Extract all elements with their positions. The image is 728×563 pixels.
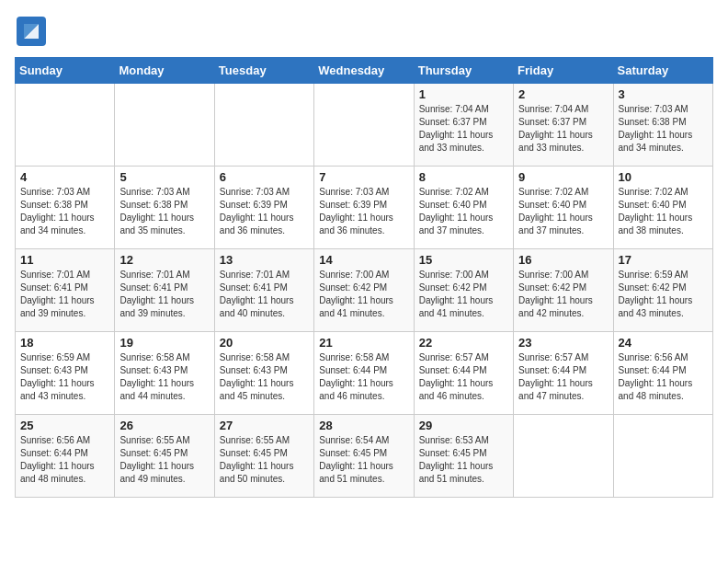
calendar-cell: 4Sunrise: 7:03 AM Sunset: 6:38 PM Daylig… <box>16 167 115 249</box>
calendar-cell <box>16 84 115 167</box>
day-info: Sunrise: 6:55 AM Sunset: 6:45 PM Dayligh… <box>119 434 209 486</box>
calendar-week-row: 4Sunrise: 7:03 AM Sunset: 6:38 PM Daylig… <box>16 167 713 249</box>
day-number: 29 <box>419 419 508 432</box>
day-number: 17 <box>619 253 708 267</box>
day-number: 8 <box>419 170 508 184</box>
day-number: 15 <box>419 253 508 267</box>
calendar-cell: 14Sunrise: 7:00 AM Sunset: 6:42 PM Dayli… <box>314 249 414 332</box>
day-info: Sunrise: 6:58 AM Sunset: 6:43 PM Dayligh… <box>220 351 309 403</box>
calendar-day-header: Friday <box>514 58 613 84</box>
day-info: Sunrise: 7:03 AM Sunset: 6:39 PM Dayligh… <box>319 186 408 237</box>
day-info: Sunrise: 7:02 AM Sunset: 6:40 PM Dayligh… <box>518 186 608 237</box>
calendar-cell <box>613 415 712 498</box>
day-number: 13 <box>220 253 309 267</box>
calendar-cell: 5Sunrise: 7:03 AM Sunset: 6:38 PM Daylig… <box>115 167 214 249</box>
day-info: Sunrise: 7:01 AM Sunset: 6:41 PM Dayligh… <box>119 269 209 320</box>
day-info: Sunrise: 6:59 AM Sunset: 6:42 PM Dayligh… <box>619 269 708 320</box>
calendar-cell: 28Sunrise: 6:54 AM Sunset: 6:45 PM Dayli… <box>314 415 414 498</box>
calendar-cell: 20Sunrise: 6:58 AM Sunset: 6:43 PM Dayli… <box>214 332 313 415</box>
day-info: Sunrise: 7:03 AM Sunset: 6:38 PM Dayligh… <box>619 103 708 155</box>
day-number: 24 <box>619 336 708 350</box>
day-number: 7 <box>319 170 408 184</box>
calendar-cell: 26Sunrise: 6:55 AM Sunset: 6:45 PM Dayli… <box>115 415 214 498</box>
day-number: 14 <box>319 253 408 267</box>
day-info: Sunrise: 6:57 AM Sunset: 6:44 PM Dayligh… <box>419 351 508 403</box>
day-number: 2 <box>518 87 608 101</box>
calendar-cell: 1Sunrise: 7:04 AM Sunset: 6:37 PM Daylig… <box>414 84 513 167</box>
day-info: Sunrise: 7:03 AM Sunset: 6:38 PM Dayligh… <box>119 186 209 237</box>
calendar-cell <box>214 84 313 167</box>
day-number: 25 <box>20 419 109 432</box>
calendar-cell: 3Sunrise: 7:03 AM Sunset: 6:38 PM Daylig… <box>613 84 712 167</box>
day-number: 10 <box>619 170 708 184</box>
calendar-day-header: Thursday <box>414 58 513 84</box>
day-number: 11 <box>20 253 109 267</box>
day-number: 23 <box>518 336 608 350</box>
calendar-cell: 6Sunrise: 7:03 AM Sunset: 6:39 PM Daylig… <box>214 167 313 249</box>
day-info: Sunrise: 7:00 AM Sunset: 6:42 PM Dayligh… <box>419 269 508 320</box>
day-number: 12 <box>119 253 209 267</box>
calendar-cell: 15Sunrise: 7:00 AM Sunset: 6:42 PM Dayli… <box>414 249 513 332</box>
day-info: Sunrise: 7:01 AM Sunset: 6:41 PM Dayligh… <box>220 269 309 320</box>
calendar-cell <box>514 415 613 498</box>
calendar-cell: 25Sunrise: 6:56 AM Sunset: 6:44 PM Dayli… <box>16 415 115 498</box>
calendar-cell: 19Sunrise: 6:58 AM Sunset: 6:43 PM Dayli… <box>115 332 214 415</box>
page-header <box>15 15 713 48</box>
calendar-cell: 8Sunrise: 7:02 AM Sunset: 6:40 PM Daylig… <box>414 167 513 249</box>
calendar-day-header: Saturday <box>613 58 712 84</box>
calendar-week-row: 11Sunrise: 7:01 AM Sunset: 6:41 PM Dayli… <box>16 249 713 332</box>
calendar-cell: 11Sunrise: 7:01 AM Sunset: 6:41 PM Dayli… <box>16 249 115 332</box>
day-info: Sunrise: 7:03 AM Sunset: 6:39 PM Dayligh… <box>220 186 309 237</box>
day-number: 21 <box>319 336 408 350</box>
day-info: Sunrise: 7:02 AM Sunset: 6:40 PM Dayligh… <box>419 186 508 237</box>
calendar-cell: 9Sunrise: 7:02 AM Sunset: 6:40 PM Daylig… <box>514 167 613 249</box>
day-number: 1 <box>419 87 508 101</box>
calendar-cell: 7Sunrise: 7:03 AM Sunset: 6:39 PM Daylig… <box>314 167 414 249</box>
day-number: 19 <box>119 336 209 350</box>
day-info: Sunrise: 6:59 AM Sunset: 6:43 PM Dayligh… <box>20 351 109 403</box>
day-info: Sunrise: 6:55 AM Sunset: 6:45 PM Dayligh… <box>220 434 309 486</box>
day-info: Sunrise: 7:01 AM Sunset: 6:41 PM Dayligh… <box>20 269 109 320</box>
day-info: Sunrise: 6:56 AM Sunset: 6:44 PM Dayligh… <box>20 434 109 486</box>
day-number: 5 <box>119 170 209 184</box>
calendar-cell: 10Sunrise: 7:02 AM Sunset: 6:40 PM Dayli… <box>613 167 712 249</box>
day-info: Sunrise: 6:56 AM Sunset: 6:44 PM Dayligh… <box>619 351 708 403</box>
day-info: Sunrise: 6:57 AM Sunset: 6:44 PM Dayligh… <box>518 351 608 403</box>
day-info: Sunrise: 6:53 AM Sunset: 6:45 PM Dayligh… <box>419 434 508 486</box>
day-info: Sunrise: 6:54 AM Sunset: 6:45 PM Dayligh… <box>319 434 408 486</box>
calendar-header-row: SundayMondayTuesdayWednesdayThursdayFrid… <box>16 58 713 84</box>
day-number: 9 <box>518 170 608 184</box>
day-info: Sunrise: 6:58 AM Sunset: 6:43 PM Dayligh… <box>119 351 209 403</box>
day-info: Sunrise: 7:00 AM Sunset: 6:42 PM Dayligh… <box>518 269 608 320</box>
day-info: Sunrise: 7:03 AM Sunset: 6:38 PM Dayligh… <box>20 186 109 237</box>
day-number: 16 <box>518 253 608 267</box>
day-number: 26 <box>119 419 209 432</box>
calendar-cell: 18Sunrise: 6:59 AM Sunset: 6:43 PM Dayli… <box>16 332 115 415</box>
calendar-cell: 21Sunrise: 6:58 AM Sunset: 6:44 PM Dayli… <box>314 332 414 415</box>
day-info: Sunrise: 7:02 AM Sunset: 6:40 PM Dayligh… <box>619 186 708 237</box>
calendar-cell: 17Sunrise: 6:59 AM Sunset: 6:42 PM Dayli… <box>613 249 712 332</box>
day-info: Sunrise: 7:04 AM Sunset: 6:37 PM Dayligh… <box>518 103 608 155</box>
calendar-cell: 16Sunrise: 7:00 AM Sunset: 6:42 PM Dayli… <box>514 249 613 332</box>
calendar-table: SundayMondayTuesdayWednesdayThursdayFrid… <box>15 57 713 498</box>
day-number: 3 <box>619 87 708 101</box>
day-number: 22 <box>419 336 508 350</box>
day-number: 27 <box>220 419 309 432</box>
calendar-day-header: Wednesday <box>314 58 414 84</box>
calendar-cell: 29Sunrise: 6:53 AM Sunset: 6:45 PM Dayli… <box>414 415 513 498</box>
calendar-week-row: 25Sunrise: 6:56 AM Sunset: 6:44 PM Dayli… <box>16 415 713 498</box>
day-info: Sunrise: 6:58 AM Sunset: 6:44 PM Dayligh… <box>319 351 408 403</box>
day-number: 18 <box>20 336 109 350</box>
calendar-day-header: Tuesday <box>214 58 313 84</box>
day-number: 6 <box>220 170 309 184</box>
calendar-cell: 23Sunrise: 6:57 AM Sunset: 6:44 PM Dayli… <box>514 332 613 415</box>
calendar-cell: 12Sunrise: 7:01 AM Sunset: 6:41 PM Dayli… <box>115 249 214 332</box>
calendar-day-header: Monday <box>115 58 214 84</box>
calendar-cell <box>314 84 414 167</box>
calendar-cell: 27Sunrise: 6:55 AM Sunset: 6:45 PM Dayli… <box>214 415 313 498</box>
calendar-week-row: 18Sunrise: 6:59 AM Sunset: 6:43 PM Dayli… <box>16 332 713 415</box>
day-number: 28 <box>319 419 408 432</box>
day-info: Sunrise: 7:00 AM Sunset: 6:42 PM Dayligh… <box>319 269 408 320</box>
calendar-week-row: 1Sunrise: 7:04 AM Sunset: 6:37 PM Daylig… <box>16 84 713 167</box>
calendar-cell: 2Sunrise: 7:04 AM Sunset: 6:37 PM Daylig… <box>514 84 613 167</box>
